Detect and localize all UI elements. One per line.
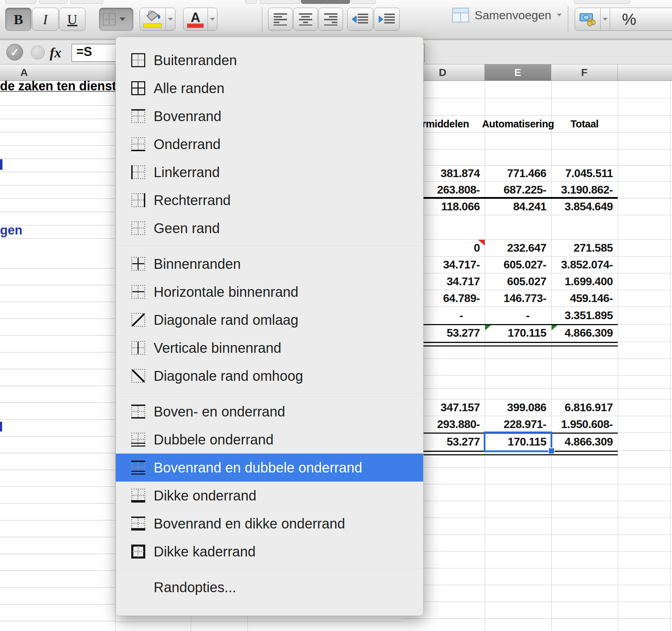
increase-indent-button[interactable] [374,8,400,31]
cell-F7[interactable]: 3.190.862- [551,182,618,198]
cell-E31[interactable] [485,585,551,602]
cell-G11[interactable] [618,257,672,273]
cell-G32[interactable] [618,602,672,618]
cell-E30[interactable] [485,568,551,585]
menu-item-bovenrand-en-dikke-onderrand[interactable]: Bovenrand en dikke onderrand [116,510,423,538]
cell-F2[interactable] [551,98,618,115]
cell-F8[interactable]: 3.854.649 [551,198,618,215]
menu-item-verticale-binnenrand[interactable]: Verticale binnenrand [116,334,423,362]
cell-G14[interactable] [618,307,672,324]
column-header-a[interactable]: A [0,64,115,80]
menu-item-diagonale-rand-omhoog[interactable]: Diagonale rand omhoog [116,362,423,390]
cell-F10[interactable]: 271.585 [551,240,618,256]
cell-a-title[interactable]: de zaken ten dienste [0,81,115,92]
cell-F19[interactable] [551,389,618,399]
menu-item-buitenranden[interactable]: Buitenranden [116,46,423,74]
percent-format-button[interactable]: % [610,8,672,30]
selected-cell-E22[interactable]: 170.115 [485,433,551,450]
cell-F29[interactable] [551,552,618,568]
cell-G27[interactable] [618,518,672,534]
cell-E33[interactable] [485,619,551,631]
cell-E19[interactable] [485,389,551,399]
cell-F21[interactable]: 1.950.608- [551,416,618,433]
merge-dropdown-arrow[interactable] [557,14,562,16]
cell-F6[interactable]: 7.045.511 [551,166,618,181]
cell-G15[interactable] [618,324,672,342]
menu-item-bovenrand-en-dubbele-onderrand[interactable]: Bovenrand en dubbele onderrand [116,454,423,482]
cell-E5[interactable] [485,149,551,165]
cell-a-text-fragment[interactable]: gen [0,223,22,238]
cell-F13[interactable]: 459.146- [551,290,618,307]
menu-item-binnenranden[interactable]: Binnenranden [116,250,423,278]
align-center-button[interactable] [293,8,318,31]
cell-F24[interactable] [551,468,618,484]
cell-G1[interactable] [618,81,672,98]
currency-dropdown-arrow[interactable] [600,8,610,30]
cell-E6[interactable]: 771.466 [485,166,551,181]
cell-E25[interactable] [485,484,551,501]
cell-E21[interactable]: 228.971- [485,416,551,433]
cell-G23[interactable] [618,451,672,467]
cell-E16[interactable] [485,342,551,358]
cell-G26[interactable] [618,501,672,518]
cell-G33[interactable] [618,619,672,631]
cell-G18[interactable] [618,376,672,388]
borders-dropdown-arrow[interactable] [118,8,127,30]
merge-cells-control[interactable]: Samenvoegen [452,8,562,22]
cell-E32[interactable] [485,602,551,618]
cell-E13[interactable]: 146.773- [485,290,551,307]
cell-E2[interactable] [485,98,551,115]
cell-E3[interactable]: Automatisering [485,116,551,132]
cell-E27[interactable] [485,518,551,534]
menu-item-geen-rand[interactable]: Geen rand [116,214,423,242]
menu-item-bovenrand[interactable]: Bovenrand [116,102,423,130]
cell-E26[interactable] [485,501,551,518]
menu-item-diagonale-rand-omlaag[interactable]: Diagonale rand omlaag [116,306,423,334]
cell-E28[interactable] [485,535,551,551]
italic-button[interactable]: I [32,8,58,31]
menu-item-boven-en-onderrand[interactable]: Boven- en onderrand [116,398,423,426]
cell-E24[interactable] [485,468,551,484]
cell-E14[interactable]: - [485,307,551,324]
cell-G20[interactable] [618,399,672,416]
underline-button[interactable]: U [59,8,85,31]
cell-E15[interactable]: 170.115 [485,324,551,342]
cell-E7[interactable]: 687.225- [485,182,551,198]
fill-color-button[interactable] [140,8,175,31]
menu-item-onderrand[interactable]: Onderrand [116,130,423,158]
cell-G29[interactable] [618,552,672,568]
cell-E17[interactable] [485,359,551,375]
column-header-g[interactable] [618,64,672,80]
cell-E4[interactable] [485,133,551,149]
cell-D33[interactable] [401,619,485,631]
cell-G2[interactable] [618,98,672,115]
cell-F5[interactable] [551,149,618,165]
menu-item-dubbele-onderrand[interactable]: Dubbele onderrand [116,426,423,454]
cell-G9[interactable] [618,215,672,239]
cell-F11[interactable]: 3.852.074- [551,257,618,273]
cell-F30[interactable] [551,568,618,585]
confirm-check-icon[interactable]: ✓ [6,44,23,61]
cell-E1[interactable] [485,81,551,98]
bold-button[interactable]: B [5,8,31,31]
cell-F22[interactable]: 4.866.309 [551,433,618,450]
cell-G30[interactable] [618,568,672,585]
menu-item-alle-randen[interactable]: Alle randen [116,74,423,102]
cell-F4[interactable] [551,133,618,149]
insert-function-icon[interactable]: fx [50,44,61,61]
cell-G22[interactable] [618,433,672,450]
cell-F31[interactable] [551,585,618,602]
cell-F27[interactable] [551,518,618,534]
cell-G16[interactable] [618,342,672,358]
menu-item-dikke-kaderrand[interactable]: Dikke kaderrand [116,538,423,566]
font-color-dropdown-arrow[interactable] [208,8,217,30]
cell-G3[interactable] [618,116,672,132]
menu-item-dikke-onderrand[interactable]: Dikke onderrand [116,482,423,510]
cell-G6[interactable] [618,166,672,181]
cell-F18[interactable] [551,376,618,388]
cell-E10[interactable]: 232.647 [485,240,551,256]
cell-E12[interactable]: 605.027 [485,273,551,290]
cell-E8[interactable]: 84.241 [485,198,551,215]
cell-G10[interactable] [618,240,672,256]
cell-E23[interactable] [485,451,551,467]
